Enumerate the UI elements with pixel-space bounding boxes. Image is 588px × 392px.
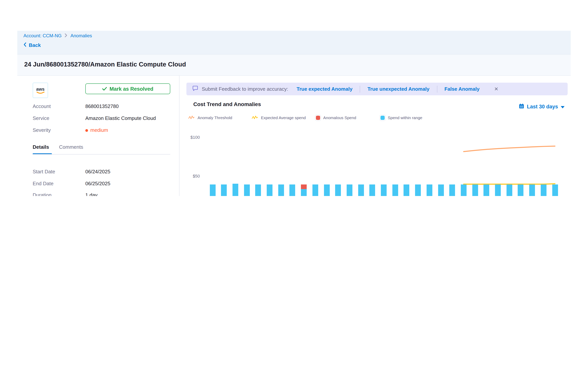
account-value: 868001352780 bbox=[85, 103, 119, 109]
field-value: 06/24/2025 bbox=[85, 168, 110, 174]
bar-6/22 bbox=[518, 184, 524, 196]
bar-6/13 bbox=[415, 184, 421, 196]
service-value: Amazon Elastic Compute Cloud bbox=[85, 115, 156, 121]
time-range-label: Last 30 days bbox=[527, 104, 558, 110]
severity-label: Severity bbox=[33, 127, 85, 133]
bar-6/17 bbox=[461, 184, 466, 196]
tab-details[interactable]: Details bbox=[33, 144, 49, 150]
tab-comments[interactable]: Comments bbox=[59, 144, 83, 150]
bar-6/18 bbox=[472, 184, 478, 196]
bar-6/9 bbox=[370, 184, 375, 196]
account-row: Account 868001352780 bbox=[33, 102, 170, 111]
cost-trend-chart: $0$50$1005/265/285/306/16/36/56/76/96/11… bbox=[186, 132, 568, 196]
severity-row: Severity medium bbox=[33, 125, 170, 134]
bar-5/26 bbox=[210, 184, 216, 196]
chevron-left-icon bbox=[24, 42, 26, 48]
legend-label: Anomalous Spend bbox=[323, 115, 356, 120]
chevron-down-icon bbox=[561, 106, 564, 108]
bar-6/25 bbox=[552, 184, 558, 196]
aws-icon: aws bbox=[35, 86, 46, 95]
service-label: Service bbox=[33, 115, 85, 121]
severity-dot-icon bbox=[85, 129, 88, 132]
bar-5/29 bbox=[244, 184, 250, 196]
bar-6/8 bbox=[358, 184, 364, 196]
bar-6/24 bbox=[541, 184, 546, 196]
chevron-right-icon bbox=[65, 33, 68, 38]
field-row-duration: Duration 1 day bbox=[33, 190, 170, 196]
field-value: 1 day bbox=[85, 192, 98, 196]
legend-label: Expected Average spend bbox=[261, 115, 306, 120]
breadcrumb-account-link[interactable]: Account: CCM-NG bbox=[24, 33, 62, 38]
bar-5/27 bbox=[221, 184, 227, 196]
bar-5/28 bbox=[232, 184, 238, 196]
legend-square-swatch bbox=[316, 116, 320, 120]
bar-6/3 bbox=[301, 189, 307, 196]
legend-anomaly-threshold[interactable]: Anomaly Threshold bbox=[188, 115, 232, 120]
feedback-divider bbox=[437, 86, 437, 92]
breadcrumb-anomalies-link[interactable]: Anomalies bbox=[70, 33, 92, 38]
bar-5/30 bbox=[256, 184, 261, 196]
field-label: Start Date bbox=[33, 168, 85, 174]
bar-6/16 bbox=[449, 184, 455, 196]
feedback-bar: Submit Feedback to improve accuracy: Tru… bbox=[186, 83, 568, 95]
bar-6/7 bbox=[347, 184, 352, 196]
bar-6/14 bbox=[426, 184, 432, 196]
bar-anomaly-6/3 bbox=[301, 184, 307, 189]
legend-line-swatch bbox=[188, 115, 194, 120]
legend-line-swatch bbox=[252, 115, 258, 120]
legend-spend-within-range[interactable]: Spend within range bbox=[380, 115, 422, 120]
service-row: Service Amazon Elastic Compute Cloud bbox=[33, 113, 170, 122]
header-band bbox=[17, 31, 571, 54]
legend-label: Spend within range bbox=[388, 115, 422, 120]
field-label: End Date bbox=[33, 180, 85, 186]
field-value: 06/25/2025 bbox=[85, 180, 110, 186]
bar-6/2 bbox=[290, 184, 295, 196]
bar-6/11 bbox=[392, 184, 398, 196]
svg-text:aws: aws bbox=[36, 87, 44, 92]
feedback-divider bbox=[360, 86, 360, 92]
bar-5/31 bbox=[267, 184, 272, 196]
feedback-option-true-unexpected[interactable]: True unexpected Anomaly bbox=[368, 86, 430, 92]
feedback-option-true-expected[interactable]: True expected Anomaly bbox=[296, 86, 352, 92]
account-label: Account bbox=[33, 103, 85, 109]
legend-label: Anomaly Threshold bbox=[198, 115, 232, 120]
breadcrumb: Account: CCM-NG Anomalies bbox=[24, 33, 92, 38]
bar-6/20 bbox=[495, 184, 501, 196]
anomaly-details-page: Account: CCM-NG Anomalies Back 24 Jun/86… bbox=[0, 0, 588, 196]
mark-as-resolved-button[interactable]: Mark as Resolved bbox=[85, 84, 170, 94]
bar-6/6 bbox=[335, 184, 341, 196]
time-range-picker[interactable]: Last 30 days bbox=[519, 104, 564, 110]
back-label: Back bbox=[29, 42, 41, 48]
back-button[interactable]: Back bbox=[24, 42, 41, 48]
field-label: Duration bbox=[33, 192, 85, 196]
panel-divider bbox=[179, 75, 180, 196]
bar-6/1 bbox=[278, 184, 284, 196]
check-icon bbox=[102, 86, 107, 92]
bar-6/4 bbox=[312, 184, 318, 196]
field-row-end-date: End Date 06/25/2025 bbox=[33, 179, 170, 188]
chat-bubble-icon bbox=[192, 85, 198, 92]
detail-tabs: Details Comments bbox=[33, 144, 83, 150]
severity-value: medium bbox=[85, 127, 108, 133]
legend-square-swatch bbox=[380, 116, 385, 120]
bar-6/15 bbox=[438, 184, 444, 196]
field-row-start-date: Start Date 06/24/2025 bbox=[33, 167, 170, 176]
legend-expected-average[interactable]: Expected Average spend bbox=[252, 115, 306, 120]
bar-6/23 bbox=[529, 184, 535, 196]
feedback-option-false-anomaly[interactable]: False Anomaly bbox=[444, 86, 480, 92]
bar-6/12 bbox=[404, 184, 410, 196]
y-axis-label: $100 bbox=[186, 135, 200, 140]
bar-6/10 bbox=[381, 184, 386, 196]
feedback-prompt: Submit Feedback to improve accuracy: bbox=[202, 86, 288, 92]
y-axis-label: $50 bbox=[186, 174, 200, 178]
legend-anomalous-spend[interactable]: Anomalous Spend bbox=[316, 115, 356, 120]
bar-6/5 bbox=[324, 184, 330, 196]
aws-provider-logo: aws bbox=[33, 83, 48, 98]
chart-title: Cost Trend and Anomalies bbox=[193, 101, 261, 107]
bar-6/19 bbox=[484, 184, 490, 196]
tab-divider bbox=[33, 154, 170, 154]
page-title: 24 Jun/868001352780/Amazon Elastic Compu… bbox=[24, 61, 186, 68]
resolve-button-label: Mark as Resolved bbox=[110, 86, 153, 92]
calendar-icon bbox=[519, 104, 524, 110]
feedback-close-icon[interactable]: ✕ bbox=[494, 86, 498, 92]
